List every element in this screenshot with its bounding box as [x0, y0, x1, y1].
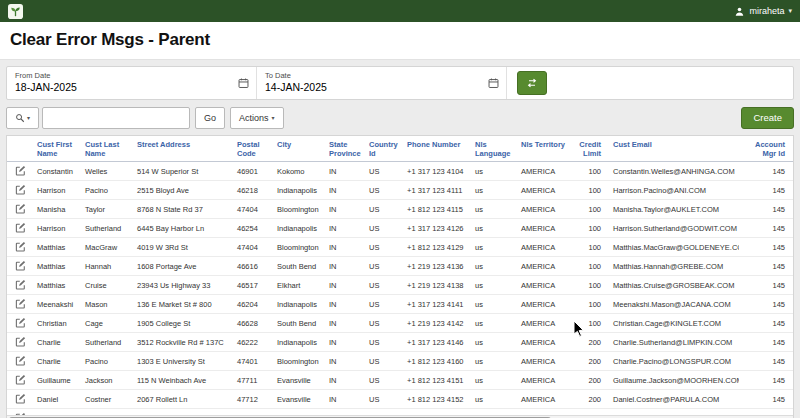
edit-icon: [15, 183, 26, 198]
edit-row-button[interactable]: [14, 164, 27, 177]
cell: +1 812 123 4129: [403, 238, 471, 257]
edit-row-button[interactable]: [14, 259, 27, 272]
cell: IN: [325, 181, 365, 200]
cell: Matthias: [33, 276, 81, 295]
cell: 145: [739, 238, 793, 257]
edit-row-button[interactable]: [14, 392, 27, 405]
edit-icon: [15, 202, 26, 217]
create-button[interactable]: Create: [741, 107, 794, 129]
cell: +1 219 123 4138: [403, 276, 471, 295]
cell: IN: [325, 371, 365, 390]
column-header-street-address[interactable]: Street Address: [133, 136, 233, 162]
actions-button[interactable]: Actions ▾: [230, 107, 284, 129]
cell: 145: [739, 200, 793, 219]
cell: 46616: [233, 257, 273, 276]
cell: Charlie: [33, 352, 81, 371]
to-date-value[interactable]: 14-JAN-2025: [265, 81, 480, 93]
from-date-value[interactable]: 18-JAN-2025: [15, 81, 230, 93]
cell: AMERICA: [517, 390, 571, 409]
cell: +1 812 123 4152: [403, 390, 471, 409]
cell: 145: [739, 181, 793, 200]
from-date-calendar-button[interactable]: [236, 76, 251, 91]
cell: Sutherland: [81, 219, 133, 238]
edit-row-button[interactable]: [14, 221, 27, 234]
cell: Manisha: [33, 200, 81, 219]
column-header-city[interactable]: City: [273, 136, 325, 162]
edit-icon: [15, 373, 26, 388]
column-header-cust-email[interactable]: Cust Email: [609, 136, 739, 162]
column-header-nls-territory[interactable]: Nls Territory: [517, 136, 571, 162]
cell: US: [365, 352, 403, 371]
edit-cell: [7, 295, 33, 314]
column-header-phone-number[interactable]: Phone Number: [403, 136, 471, 162]
table-row: HarrisonSutherland6445 Bay Harbor Ln4625…: [7, 219, 793, 238]
edit-cell: [7, 390, 33, 409]
edit-row-button[interactable]: [14, 240, 27, 253]
cell: Indianapolis: [273, 219, 325, 238]
cell: US: [365, 314, 403, 333]
column-header-credit-limit[interactable]: Credit Limit: [571, 136, 609, 162]
search-options-button[interactable]: ▾: [6, 107, 39, 129]
column-header-country-id[interactable]: Country Id: [365, 136, 403, 162]
cell: Guillaume.Jackson@MOORHEN.COM: [609, 371, 739, 390]
column-header-nls-language[interactable]: Nls Language: [471, 136, 517, 162]
edit-row-button[interactable]: [14, 335, 27, 348]
edit-row-button[interactable]: [14, 354, 27, 367]
table-row: MatthiasMacGraw4019 W 3Rd St47404Bloomin…: [7, 238, 793, 257]
cell: US: [365, 219, 403, 238]
cell: 47712: [233, 390, 273, 409]
cell: Harrison: [33, 181, 81, 200]
column-header-account-mgr-id[interactable]: Account Mgr Id: [739, 136, 793, 162]
cell: us: [471, 333, 517, 352]
cell: Charlie.Sutherland@LIMPKIN.COM: [609, 333, 739, 352]
chevron-down-icon: ▾: [272, 114, 275, 121]
cell: Manisha.Taylor@AUKLET.COM: [609, 200, 739, 219]
go-button[interactable]: Go: [195, 107, 225, 129]
apply-dates-button[interactable]: [517, 71, 547, 95]
table-row: ConstantinWelles514 W Superior St46901Ko…: [7, 162, 793, 181]
cell: US: [365, 238, 403, 257]
table-row: GuillaumeJackson115 N Weinbach Ave47711E…: [7, 371, 793, 390]
edit-row-button[interactable]: [14, 316, 27, 329]
cell: IN: [325, 390, 365, 409]
column-header-postal-code[interactable]: Postal Code: [233, 136, 273, 162]
cell: AMERICA: [517, 181, 571, 200]
from-date-field[interactable]: From Date 18-JAN-2025: [7, 67, 257, 99]
cell: 46222: [233, 333, 273, 352]
search-input[interactable]: [42, 107, 190, 129]
cell: IN: [325, 276, 365, 295]
user-icon: [734, 6, 745, 17]
cell: 3512 Rockville Rd # 137C: [133, 333, 233, 352]
cell: us: [471, 257, 517, 276]
to-date-field[interactable]: To Date 14-JAN-2025: [257, 67, 507, 99]
cell: 200: [571, 333, 609, 352]
edit-row-button[interactable]: [14, 373, 27, 386]
cell: Charlie: [33, 333, 81, 352]
from-date-label: From Date: [15, 71, 230, 80]
cell: Jackson: [81, 371, 133, 390]
app-logo-icon[interactable]: [8, 4, 23, 19]
cell: Indianapolis: [273, 333, 325, 352]
edit-row-button[interactable]: [14, 278, 27, 291]
cell: 145: [739, 390, 793, 409]
cell: us: [471, 181, 517, 200]
to-date-calendar-button[interactable]: [486, 76, 501, 91]
cell: Hannah: [81, 257, 133, 276]
edit-row-button[interactable]: [14, 202, 27, 215]
edit-cell: [7, 314, 33, 333]
cell: AMERICA: [517, 295, 571, 314]
search-icon: [15, 113, 25, 123]
edit-cell: [7, 181, 33, 200]
cell: IN: [325, 352, 365, 371]
edit-row-button[interactable]: [14, 297, 27, 310]
user-menu[interactable]: miraheta ▾: [734, 6, 792, 17]
cell: us: [471, 238, 517, 257]
cell: AMERICA: [517, 314, 571, 333]
cell: us: [471, 162, 517, 181]
column-header-state-province[interactable]: State Province: [325, 136, 365, 162]
edit-cell: [7, 276, 33, 295]
column-header-cust-last-name[interactable]: Cust Last Name: [81, 136, 133, 162]
column-header-cust-first-name[interactable]: Cust First Name: [33, 136, 81, 162]
actions-label: Actions: [239, 113, 269, 123]
edit-row-button[interactable]: [14, 183, 27, 196]
